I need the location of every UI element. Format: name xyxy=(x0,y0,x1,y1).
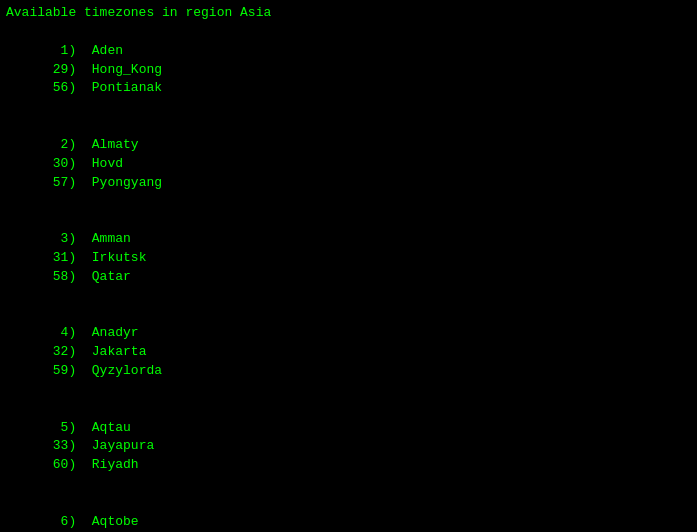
tz-row-4: 4) Anadyr 32) Jakarta 59) Qyzylorda xyxy=(6,306,691,400)
tz-row-1: 1) Aden 29) Hong_Kong 56) Pontianak xyxy=(6,23,691,117)
terminal: Available timezones in region Asia 1) Ad… xyxy=(0,0,697,532)
tz-row-5: 5) Aqtau 33) Jayapura 60) Riyadh xyxy=(6,400,691,494)
tz-row-2: 2) Almaty 30) Hovd 57) Pyongyang xyxy=(6,117,691,211)
tz-row-6: 6) Aqtobe 34) Jerusalem 61) Sakhalin xyxy=(6,494,691,532)
tz-row-3: 3) Amman 31) Irkutsk 58) Qatar xyxy=(6,211,691,305)
header-line: Available timezones in region Asia xyxy=(6,4,691,23)
